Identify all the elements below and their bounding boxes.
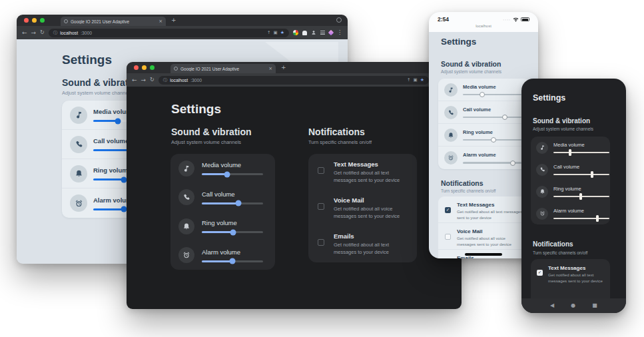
notifications-section-title: Notifications (441, 179, 483, 187)
profile-icon[interactable] (336, 17, 342, 23)
volume-label: Media volume (553, 142, 609, 148)
bell-icon (448, 132, 454, 139)
text-messages-checkbox[interactable] (318, 167, 324, 174)
slider-thumb[interactable] (480, 92, 485, 97)
volume-card: Media volume Call volume Ring volume (438, 79, 530, 169)
call-volume-slider[interactable] (202, 202, 263, 204)
bookmark-star-icon[interactable]: ★ (420, 78, 424, 83)
alarm-volume-slider[interactable] (463, 162, 521, 164)
slider-thumb[interactable] (491, 137, 496, 143)
volume-row-alarm: Alarm volume (531, 202, 610, 224)
share-icon[interactable]: ↑ (407, 78, 410, 83)
address-bar[interactable]: ⓘ localhost :3000 ↑ ▣ ★ (159, 76, 429, 85)
notifications-card: Text Messages Get notified about all tex… (308, 154, 417, 262)
home-indicator[interactable] (465, 253, 502, 256)
music-note-icon (75, 111, 83, 119)
url-host: localhost (60, 31, 78, 35)
tab-group-icon[interactable]: ▣ (414, 78, 418, 83)
sound-section-subtitle: Adjust system volume channels (62, 90, 132, 96)
ring-volume-slider[interactable] (202, 231, 263, 233)
tab-close-icon[interactable]: × (159, 19, 162, 24)
slider-thumb[interactable] (569, 149, 571, 156)
minimize-window-button[interactable] (32, 18, 37, 23)
text-messages-checkbox[interactable]: ✓ (445, 207, 451, 213)
tab-close-icon[interactable]: × (268, 67, 272, 71)
notification-desc: Get notified about all text messages sen… (548, 272, 607, 284)
page-title: Settings (171, 102, 221, 117)
reload-icon[interactable]: ↻ (40, 30, 45, 35)
browser-tab[interactable]: Google IO 2021 User Adaptive × (61, 17, 166, 26)
slider-thumb[interactable] (236, 200, 242, 206)
media-volume-slider[interactable] (553, 152, 609, 154)
bookmark-star-icon[interactable]: ★ (280, 31, 284, 35)
forward-icon[interactable]: → (141, 77, 147, 83)
site-info-icon[interactable]: ⓘ (163, 78, 168, 83)
page-title: Settings (533, 93, 565, 103)
extension-ghost-icon[interactable] (302, 31, 307, 35)
url-port: :3000 (81, 31, 92, 35)
minimize-window-button[interactable] (142, 65, 147, 70)
android-recents-icon[interactable]: ■ (592, 303, 597, 308)
slider-thumb[interactable] (591, 171, 593, 178)
android-home-icon[interactable]: ● (571, 303, 575, 308)
close-window-button[interactable] (24, 18, 29, 23)
forward-icon[interactable]: → (31, 30, 37, 36)
slider-thumb[interactable] (230, 258, 236, 264)
volume-label: Ring volume (463, 129, 521, 135)
alarm-volume-slider[interactable] (553, 218, 609, 220)
slider-thumb[interactable] (502, 115, 507, 120)
volume-row-call: Call volume (531, 159, 610, 180)
tab-favicon (64, 19, 68, 23)
notifications-section-subtitle: Turn specific channels on/off (441, 188, 495, 193)
new-tab-button[interactable]: + (281, 65, 286, 71)
reload-icon[interactable]: ↻ (150, 77, 155, 83)
alarm-volume-slider[interactable] (202, 260, 263, 262)
call-volume-slider[interactable] (463, 117, 521, 119)
browser-menu-icon[interactable]: ⋮ (337, 30, 342, 35)
emails-checkbox[interactable] (318, 239, 324, 246)
tab-group-icon[interactable]: ▣ (274, 31, 278, 35)
call-volume-slider[interactable] (553, 174, 609, 176)
new-tab-button[interactable]: + (171, 17, 176, 23)
phone-url-label[interactable]: localhost (429, 24, 538, 32)
browser-tab[interactable]: Google IO 2021 User Adaptive × (170, 64, 276, 73)
address-bar[interactable]: ⓘ localhost :3000 ↑ ▣ ★ (49, 29, 289, 37)
zoom-window-button[interactable] (150, 65, 155, 70)
back-icon[interactable]: ← (22, 30, 27, 36)
volume-row-media: Media volume (438, 79, 530, 101)
slider-thumb[interactable] (115, 118, 121, 124)
site-info-icon[interactable]: ⓘ (53, 31, 58, 35)
ring-volume-slider[interactable] (553, 196, 609, 198)
android-back-icon[interactable]: ◀ (550, 303, 554, 308)
voice-mail-checkbox[interactable] (445, 234, 451, 240)
slider-thumb[interactable] (230, 229, 236, 235)
extension-person-icon[interactable] (311, 30, 316, 35)
volume-row-ring: Ring volume (531, 180, 610, 202)
volume-row-alarm: Alarm volume (438, 147, 530, 169)
slider-thumb[interactable] (579, 193, 582, 200)
notification-title: Voice Mail (457, 228, 523, 234)
notification-row-voice-mail: Voice Mail Get notified about all voice … (438, 223, 530, 250)
notification-row-text-messages: ✓ Text Messages Get notified about all t… (438, 196, 530, 223)
share-icon[interactable]: ↑ (267, 31, 270, 35)
extension-beachball-icon[interactable] (293, 30, 298, 35)
bell-icon (182, 222, 190, 230)
slider-thumb[interactable] (596, 215, 599, 222)
notification-title: Text Messages (334, 161, 404, 168)
media-volume-slider[interactable] (202, 173, 263, 175)
slider-thumb[interactable] (224, 171, 230, 177)
slider-thumb[interactable] (510, 161, 515, 166)
notification-title: Emails (334, 232, 404, 240)
volume-label: Media volume (202, 161, 263, 168)
media-volume-slider[interactable] (463, 94, 521, 96)
close-window-button[interactable] (134, 65, 139, 70)
text-messages-checkbox[interactable]: ✓ (537, 270, 543, 276)
back-icon[interactable]: ← (132, 77, 137, 83)
notification-row-voice-mail: Voice Mail Get notified about all voice … (308, 190, 417, 226)
extension-lines-icon[interactable] (320, 31, 325, 35)
voice-mail-checkbox[interactable] (318, 203, 324, 210)
volume-card: Media volume Call volume Ring volume (531, 137, 610, 224)
zoom-window-button[interactable] (40, 18, 45, 23)
ring-volume-slider[interactable] (463, 139, 521, 141)
extension-diamond-icon[interactable] (328, 30, 334, 35)
